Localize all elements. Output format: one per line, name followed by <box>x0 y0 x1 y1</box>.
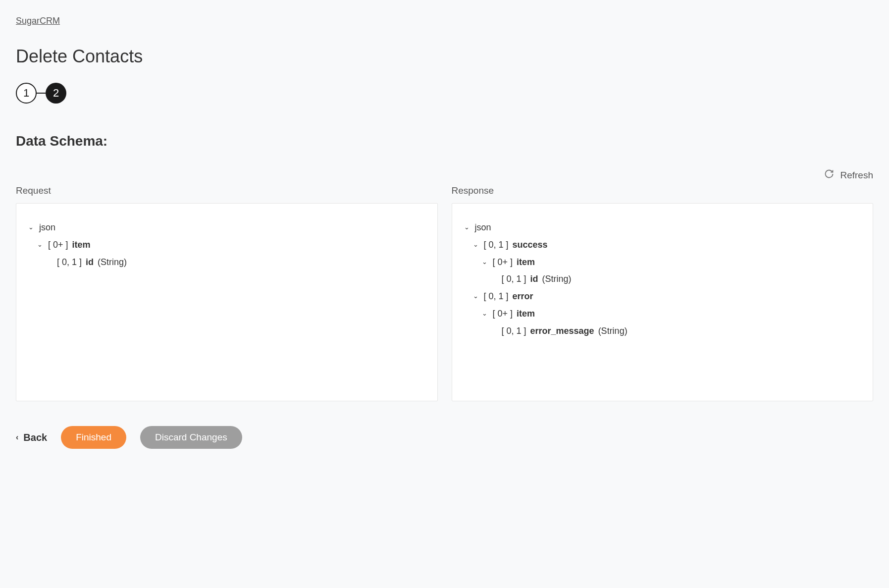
tree-cardinality: [ 0+ ] <box>493 307 513 321</box>
chevron-down-icon[interactable]: ⌄ <box>473 291 480 302</box>
discard-button[interactable]: Discard Changes <box>140 426 242 449</box>
request-panel: ⌄ json ⌄ [ 0+ ] item [ 0, 1 ] id (String… <box>16 203 438 401</box>
tree-node-name: error <box>513 289 533 304</box>
tree-node-label: json <box>39 220 55 235</box>
response-panel: ⌄ json ⌄ [ 0, 1 ] success ⌄ [ 0+ ] item … <box>452 203 874 401</box>
section-header: Data Schema: <box>16 133 873 149</box>
back-label: Back <box>23 432 47 443</box>
tree-row[interactable]: [ 0, 1 ] id (String) <box>464 272 861 286</box>
refresh-button[interactable]: Refresh <box>824 169 873 181</box>
tree-row[interactable]: [ 0, 1 ] id (String) <box>28 255 425 269</box>
chevron-down-icon[interactable]: ⌄ <box>37 240 44 250</box>
tree-row[interactable]: ⌄ json <box>28 220 425 235</box>
tree-node-type: (String) <box>98 255 127 269</box>
tree-node-name: success <box>513 238 548 252</box>
tree-cardinality: [ 0+ ] <box>48 238 68 252</box>
finished-button[interactable]: Finished <box>61 426 126 449</box>
tree-row[interactable]: [ 0, 1 ] error_message (String) <box>464 324 861 338</box>
page-title: Delete Contacts <box>16 46 873 67</box>
chevron-down-icon[interactable]: ⌄ <box>464 222 471 233</box>
stepper: 1 2 <box>16 83 873 104</box>
step-2[interactable]: 2 <box>46 83 66 104</box>
tree-node-type: (String) <box>542 272 572 286</box>
tree-row[interactable]: ⌄ [ 0+ ] item <box>464 307 861 321</box>
tree-cardinality: [ 0, 1 ] <box>484 289 509 304</box>
tree-node-name: item <box>72 238 91 252</box>
breadcrumb[interactable]: SugarCRM <box>16 16 873 26</box>
step-1[interactable]: 1 <box>16 83 37 104</box>
refresh-label: Refresh <box>840 170 873 181</box>
tree-row[interactable]: ⌄ [ 0, 1 ] error <box>464 289 861 304</box>
tree-node-name: item <box>517 255 535 269</box>
tree-node-name: id <box>86 255 94 269</box>
chevron-down-icon[interactable]: ⌄ <box>473 240 480 250</box>
tree-row[interactable]: ⌄ [ 0, 1 ] success <box>464 238 861 252</box>
back-button[interactable]: ‹ Back <box>16 432 47 443</box>
response-label: Response <box>452 185 874 196</box>
tree-node-type: (String) <box>598 324 628 338</box>
tree-node-label: json <box>475 220 491 235</box>
tree-node-name: error_message <box>530 324 594 338</box>
tree-row[interactable]: ⌄ [ 0+ ] item <box>464 255 861 269</box>
refresh-icon <box>824 169 834 181</box>
chevron-down-icon[interactable]: ⌄ <box>482 257 489 267</box>
chevron-down-icon[interactable]: ⌄ <box>482 309 489 319</box>
tree-cardinality: [ 0, 1 ] <box>502 324 526 338</box>
chevron-left-icon: ‹ <box>16 433 18 442</box>
tree-cardinality: [ 0, 1 ] <box>57 255 82 269</box>
tree-cardinality: [ 0, 1 ] <box>502 272 526 286</box>
tree-node-name: id <box>530 272 538 286</box>
request-label: Request <box>16 185 438 196</box>
tree-row[interactable]: ⌄ json <box>464 220 861 235</box>
tree-row[interactable]: ⌄ [ 0+ ] item <box>28 238 425 252</box>
chevron-down-icon[interactable]: ⌄ <box>28 222 35 233</box>
step-connector <box>37 93 46 94</box>
tree-cardinality: [ 0+ ] <box>493 255 513 269</box>
tree-cardinality: [ 0, 1 ] <box>484 238 509 252</box>
tree-node-name: item <box>517 307 535 321</box>
